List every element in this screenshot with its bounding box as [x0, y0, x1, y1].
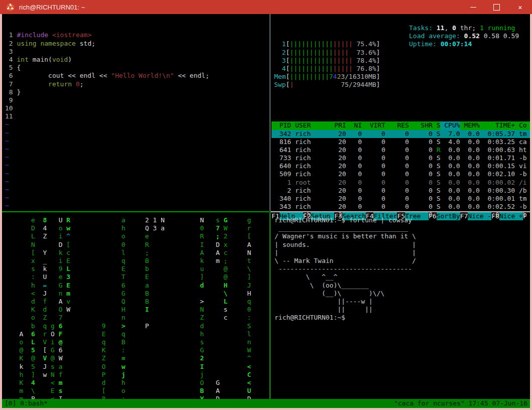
matrix-char: R [66, 216, 70, 224]
process-row[interactable]: 816rich200000S4.00.00:03.25ca [272, 138, 530, 146]
matrix-char: 4 [43, 224, 47, 232]
process-row[interactable]: 340rich200000S0.00.00:00.01tm [272, 195, 530, 203]
matrix-char: : [121, 346, 125, 354]
matrix-char: K [102, 346, 106, 354]
matrix-char: q [102, 338, 106, 346]
matrix-demo-pane[interactable]: e8URa21NNsGgD4owhQ3a07WrLZi^oeR;2[ND[0RI… [2, 212, 270, 399]
matrix-char: 5 [31, 346, 35, 354]
matrix-char: E [145, 273, 149, 281]
matrix-char: J [247, 282, 251, 290]
matrix-char: 3 [153, 224, 157, 232]
pane-divider-vertical-bottom [270, 212, 271, 399]
matrix-char: P [145, 322, 149, 330]
matrix-char: E [66, 257, 70, 265]
window-controls: ✕ [461, 0, 532, 14]
matrix-char: k [19, 363, 23, 371]
matrix-char: l [247, 330, 251, 338]
process-row[interactable]: 343rich200000S0.00.00:02.52-b [272, 203, 530, 211]
vim-line: 2 using namespace std; [2, 40, 270, 48]
matrix-char: 2 [223, 232, 227, 240]
close-button[interactable]: ✕ [508, 0, 532, 14]
matrix-char: ; [223, 257, 227, 265]
terminal-window: rich@RICHTURN01: ~ ✕ 1 #include <iostrea… [0, 0, 532, 410]
matrix-char: 6 [31, 330, 35, 338]
matrix-char: a [161, 224, 165, 232]
matrix-char: b [145, 265, 149, 273]
tmux-window-list: [0] 0:bash* [5, 399, 48, 407]
vim-empty-line: ~ [2, 129, 270, 137]
minimize-button[interactable] [461, 0, 485, 14]
matrix-char: H [121, 306, 125, 314]
tmux-status-right: "caca for ncurses" 17:45 07-Jun-16 [394, 399, 527, 407]
vim-pane[interactable]: 1 #include <iostream> 2 using namespace … [2, 14, 270, 212]
htop-meter: 2[|||||||||||||||73.6%] [272, 49, 530, 57]
vim-empty-line: ~ [2, 137, 270, 145]
matrix-char: m [66, 290, 70, 298]
matrix-char: ^ [66, 232, 70, 240]
matrix-char: h [200, 330, 204, 338]
matrix-char: I [59, 395, 63, 399]
pane-divider-horizontal-right [271, 211, 530, 212]
matrix-char: l [121, 249, 125, 257]
matrix-char: g [247, 216, 251, 224]
matrix-char: V [43, 354, 47, 362]
matrix-char: = [121, 354, 125, 362]
matrix-char: N [200, 216, 204, 224]
matrix-char: A [19, 330, 23, 338]
matrix-char: J [43, 290, 47, 298]
htop-pane[interactable]: 1[||||||||||||||||75.4%]2[||||||||||||||… [272, 14, 530, 221]
vim-empty-line: ~ [2, 194, 270, 202]
process-row[interactable]: 509rich200000S0.00.00:02.10-b [272, 170, 530, 178]
vim-empty-line: ~ [2, 178, 270, 186]
matrix-char: < [31, 290, 35, 298]
matrix-char: A [216, 249, 220, 257]
process-table-header[interactable]: PIDUSERPRINIVIRTRESSHRSCPU%MEM%TIME+Co [272, 121, 530, 129]
terminal-area: 1 #include <iostream> 2 using namespace … [2, 14, 530, 408]
process-row[interactable]: 2rich200000S0.00.00:00.30/b [272, 187, 530, 195]
maximize-button[interactable] [485, 0, 508, 14]
htop-meter: 3[||||||||||||||||78.4%] [272, 57, 530, 65]
matrix-char: G [121, 290, 125, 298]
matrix-char: K [19, 379, 23, 387]
window-title: rich@RICHTURN01: ~ [19, 4, 461, 11]
matrix-char: o [19, 338, 23, 346]
matrix-char: s [216, 216, 220, 224]
matrix-char: C [247, 371, 251, 379]
matrix-char: < [51, 395, 55, 399]
process-row[interactable]: 342rich200000S7.00.00:05.37tm [272, 130, 530, 138]
matrix-char: N [51, 371, 55, 379]
matrix-char: B [200, 387, 204, 395]
matrix-char: D [59, 241, 63, 249]
process-row[interactable]: 733rich200000S0.00.00:01.71-b [272, 154, 530, 162]
matrix-char: @ [223, 265, 227, 273]
matrix-char: o [31, 314, 35, 322]
matrix-char: G [216, 379, 220, 387]
matrix-char: a [59, 363, 63, 371]
matrix-char: w [43, 371, 47, 379]
shell-cowsay-pane[interactable]: rich@RICHTURN01:~$ fortune | cowsay ____… [272, 212, 530, 399]
htop-summary-line: Tasks: 11, 0 thr; 1 running [408, 24, 519, 32]
matrix-char: N [161, 216, 165, 224]
matrix-char: 8 [102, 395, 106, 399]
matrix-char: @ [223, 273, 227, 281]
matrix-char: s [31, 265, 35, 273]
matrix-char: Q [121, 298, 125, 306]
matrix-char: \ [31, 387, 35, 395]
process-row[interactable]: 640rich200000S0.00.00:00.15vi [272, 162, 530, 170]
matrix-char: E [121, 265, 125, 273]
matrix-char: D [247, 395, 251, 399]
process-row[interactable]: 1root200000S0.00.00:00.02/i [272, 179, 530, 187]
matrix-char: O [200, 379, 204, 387]
matrix-char: b [31, 322, 35, 330]
vim-empty-line: ~ [2, 186, 270, 194]
matrix-char: m [19, 387, 23, 395]
process-row[interactable]: 641rich200000R0.00.00:00.63ht [272, 146, 530, 154]
matrix-char: d [200, 322, 204, 330]
vim-empty-line: ~ [2, 145, 270, 153]
matrix-char: H [247, 290, 251, 298]
matrix-char: [ [43, 346, 47, 354]
matrix-char: [ [66, 241, 70, 249]
matrix-char: ^ [247, 354, 251, 362]
title-bar: rich@RICHTURN01: ~ ✕ [0, 0, 532, 14]
shell-output-line: rich@RICHTURN01:~$ fortune | cowsay [275, 216, 530, 224]
